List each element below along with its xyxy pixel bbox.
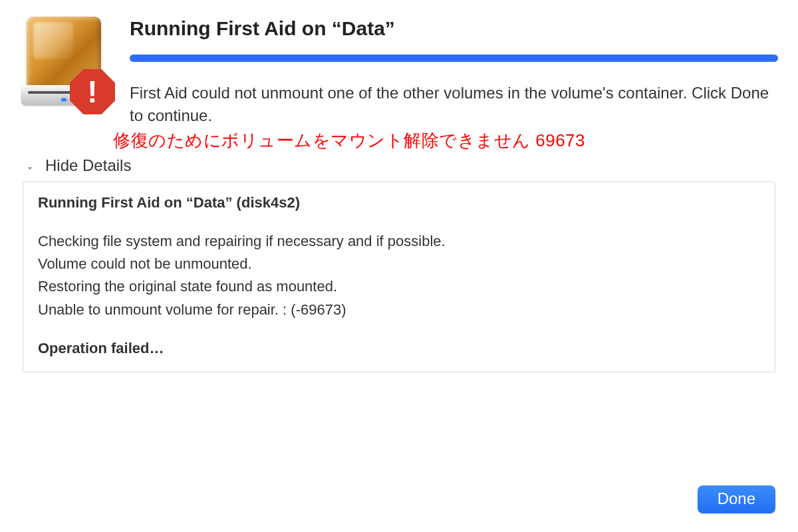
- details-toggle-label: Hide Details: [45, 156, 131, 175]
- hide-details-toggle[interactable]: Hide Details: [24, 156, 131, 175]
- dialog-title: Running First Aid on “Data”: [130, 17, 778, 40]
- details-line: Unable to unmount volume for repair. : (…: [38, 299, 760, 321]
- details-panel: Running First Aid on “Data” (disk4s2) Ch…: [23, 182, 775, 372]
- done-button[interactable]: Done: [698, 485, 775, 513]
- details-line: Volume could not be unmounted.: [38, 253, 760, 275]
- details-heading: Running First Aid on “Data” (disk4s2): [38, 192, 760, 214]
- button-row: Done: [698, 485, 775, 513]
- header-row: ! Running First Aid on “Data” First Aid …: [20, 13, 778, 126]
- progress-fill: [130, 55, 778, 62]
- external-disk-alert-icon: !: [20, 17, 110, 113]
- dialog-container: ! Running First Aid on “Data” First Aid …: [0, 0, 798, 386]
- details-line: Restoring the original state found as mo…: [38, 275, 760, 298]
- progress-bar: [130, 55, 778, 62]
- dialog-message: First Aid could not unmount one of the o…: [130, 82, 778, 126]
- header-content: Running First Aid on “Data” First Aid co…: [130, 13, 778, 126]
- chevron-down-icon: [24, 160, 36, 172]
- details-line: Checking file system and repairing if ne…: [38, 230, 760, 253]
- annotation-text: 修復のためにボリュームをマウント解除できません 69673: [113, 129, 778, 152]
- alert-badge-icon: !: [70, 69, 115, 114]
- details-result: Operation failed…: [38, 337, 760, 360]
